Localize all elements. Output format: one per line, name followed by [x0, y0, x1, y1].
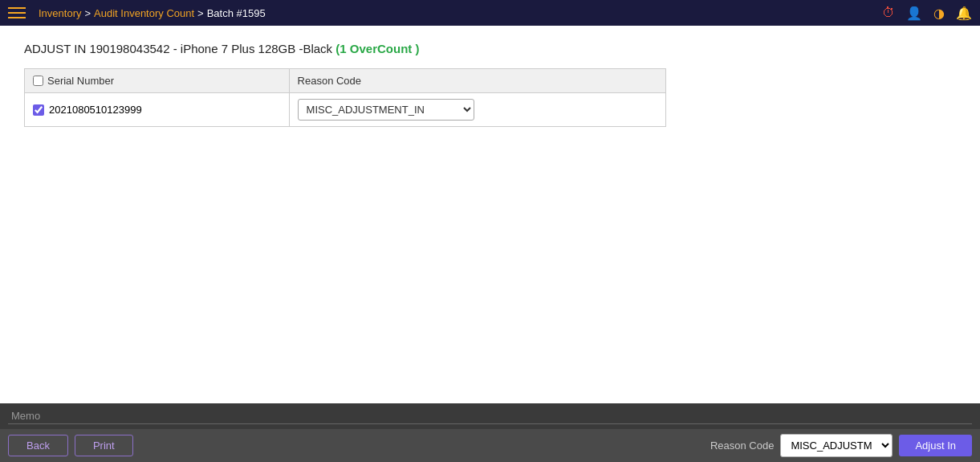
hamburger-icon[interactable] — [8, 7, 26, 18]
header-icons: ⏱ 👤 ◑ 🔔 — [882, 6, 972, 21]
memo-bar — [0, 403, 980, 429]
table-row: 2021080510123999 MISC_ADJUSTMENT_INDAMAG… — [25, 93, 666, 127]
pie-chart-icon[interactable]: ◑ — [933, 6, 945, 21]
row-checkbox[interactable] — [33, 104, 44, 116]
col-reason-header: Reason Code — [289, 69, 665, 93]
footer-actions: Back Print Reason Code MISC_ADJUSTMENT_I… — [0, 429, 980, 462]
header: Inventory > Audit Inventory Count > Batc… — [0, 0, 980, 26]
breadcrumb-inventory[interactable]: Inventory — [39, 7, 81, 19]
breadcrumb-audit[interactable]: Audit Inventory Count — [94, 7, 194, 19]
adjust-in-button[interactable]: Adjust In — [899, 435, 972, 456]
memo-input[interactable] — [8, 408, 972, 424]
select-all-checkbox[interactable] — [33, 76, 43, 86]
footer-right: Reason Code MISC_ADJUSTMENT_IN DAMAGED L… — [710, 434, 972, 457]
breadcrumb-sep1: > — [84, 7, 91, 19]
reason-cell: MISC_ADJUSTMENT_INDAMAGEDLOSTFOUNDOTHER — [289, 93, 665, 127]
main-content: ADJUST IN 190198043542 - iPhone 7 Plus 1… — [0, 26, 980, 403]
bell-icon[interactable]: 🔔 — [956, 6, 972, 21]
breadcrumb-sep2: > — [197, 7, 204, 19]
footer-reason-select[interactable]: MISC_ADJUSTMENT_IN DAMAGED LOST FOUND OT… — [780, 434, 893, 457]
overcount-badge: (1 OverCount ) — [335, 42, 419, 55]
user-icon[interactable]: 👤 — [906, 6, 922, 21]
adjust-table: Serial Number Reason Code 20210805101239… — [24, 68, 666, 127]
breadcrumb-batch: Batch #1595 — [207, 7, 266, 19]
back-button[interactable]: Back — [8, 435, 68, 456]
clock-icon[interactable]: ⏱ — [882, 6, 895, 20]
reason-code-label: Reason Code — [710, 440, 775, 452]
table-header-row: Serial Number Reason Code — [25, 69, 666, 93]
col-serial-header: Serial Number — [25, 69, 290, 93]
page-title: ADJUST IN 190198043542 - iPhone 7 Plus 1… — [24, 42, 956, 55]
print-button[interactable]: Print — [75, 435, 133, 456]
page-title-text: ADJUST IN 190198043542 - iPhone 7 Plus 1… — [24, 42, 332, 55]
reason-select[interactable]: MISC_ADJUSTMENT_INDAMAGEDLOSTFOUNDOTHER — [298, 99, 474, 121]
breadcrumb: Inventory > Audit Inventory Count > Batc… — [39, 7, 266, 19]
serial-cell: 2021080510123999 — [25, 93, 290, 127]
serial-number: 2021080510123999 — [49, 104, 142, 116]
footer: Back Print Reason Code MISC_ADJUSTMENT_I… — [0, 403, 980, 462]
